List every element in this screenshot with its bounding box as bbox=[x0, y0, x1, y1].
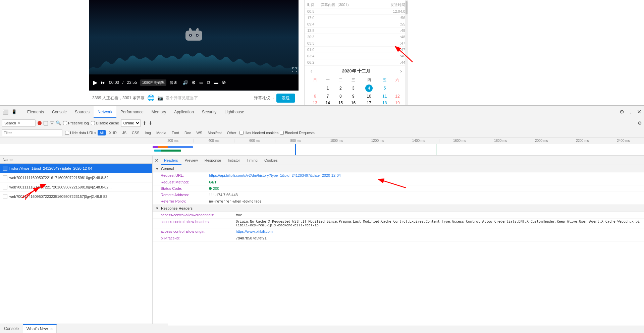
bottom-tab-whatsnew[interactable]: What's New ✕ bbox=[23, 324, 57, 333]
time-separator: / bbox=[122, 80, 123, 85]
disable-cache-label[interactable]: Disable cache bbox=[91, 121, 119, 125]
panel-tab-timing[interactable]: Timing bbox=[243, 156, 261, 165]
inspect-icon[interactable]: ⬜ bbox=[1, 108, 9, 116]
video-controls: ▶ ⏭ 00:00 / 23:55 1080P 高码率 倍速 🔊 ⚙ ▭ ⧉ ▬… bbox=[89, 74, 299, 91]
hide-urls-label[interactable]: Hide data URLs bbox=[65, 131, 96, 135]
preserve-log-checkbox[interactable] bbox=[63, 121, 67, 125]
blocked-requests-checkbox[interactable] bbox=[280, 131, 284, 135]
cal-day-4[interactable]: 4 bbox=[360, 84, 378, 93]
blocked-requests-label[interactable]: Blocked Requests bbox=[280, 131, 315, 135]
general-section-header[interactable]: ▼ General bbox=[153, 165, 644, 172]
filter-input[interactable] bbox=[2, 129, 62, 136]
filter-icon[interactable]: ▽ bbox=[50, 120, 54, 125]
filter-other[interactable]: Other bbox=[225, 130, 238, 135]
expand-icon[interactable]: ⛶ bbox=[292, 67, 297, 73]
resp-h3-name: access-control-allow-origin: bbox=[161, 229, 234, 233]
search-box[interactable]: Search ✕ bbox=[2, 119, 36, 127]
preserve-log-label[interactable]: Preserve log bbox=[63, 121, 89, 125]
stop-button[interactable] bbox=[44, 121, 48, 125]
tab-application[interactable]: Application bbox=[170, 106, 198, 118]
record-button[interactable] bbox=[38, 121, 42, 125]
tab-performance[interactable]: Performance bbox=[116, 106, 148, 118]
quality-badge[interactable]: 1080P 高码率 bbox=[140, 79, 166, 86]
has-blocked-checkbox[interactable] bbox=[239, 131, 244, 135]
panel-tab-preview[interactable]: Preview bbox=[181, 156, 201, 165]
bottom-tab-console[interactable]: Console bbox=[0, 324, 23, 333]
filter-js[interactable]: JS bbox=[120, 130, 128, 135]
danmaku-row-2: 17:0:56 bbox=[305, 15, 408, 21]
cal-day-5[interactable]: 5 bbox=[378, 84, 391, 93]
filter-css[interactable]: CSS bbox=[130, 130, 142, 135]
import-har[interactable]: ⬆ bbox=[143, 120, 147, 126]
name-col-header: Name bbox=[0, 156, 152, 164]
prop-request-url: Request URL: https://api.bilibili.com/x/… bbox=[153, 172, 644, 179]
throttle-select[interactable]: Online bbox=[121, 119, 141, 127]
request-item-2[interactable]: web?0011111609507221617160950722159810gv… bbox=[0, 173, 152, 182]
theater-icon[interactable]: ▬ bbox=[214, 80, 218, 85]
cal-prev[interactable]: ‹ bbox=[309, 68, 314, 74]
export-har[interactable]: ⬇ bbox=[149, 120, 153, 126]
globe-icon[interactable]: 🌐 bbox=[147, 94, 155, 102]
tab-security[interactable]: Security bbox=[198, 106, 220, 118]
req-2-checkbox[interactable] bbox=[3, 175, 7, 180]
tick-2200: 2200 ms bbox=[562, 139, 603, 143]
camera-icon[interactable]: 📷 bbox=[157, 95, 163, 101]
filter-img[interactable]: Img bbox=[143, 130, 153, 135]
search-close-icon[interactable]: ✕ bbox=[17, 121, 20, 125]
tab-lighthouse[interactable]: Lighthouse bbox=[220, 106, 248, 118]
tab-elements[interactable]: Elements bbox=[23, 106, 48, 118]
whatsnew-close[interactable]: ✕ bbox=[50, 325, 53, 333]
play-button[interactable]: ▶ bbox=[93, 79, 98, 86]
filter-ws[interactable]: WS bbox=[194, 130, 204, 135]
prop-value-url[interactable]: https://api.bilibili.com/x/v2/dm/history… bbox=[209, 173, 341, 177]
panel-tab-response[interactable]: Response bbox=[201, 156, 225, 165]
filter-media[interactable]: Media bbox=[154, 130, 168, 135]
tab-console[interactable]: Console bbox=[48, 106, 71, 118]
skip-button[interactable]: ⏭ bbox=[101, 80, 106, 85]
req-1-checkbox[interactable] bbox=[3, 166, 7, 171]
resp-h3-value: https://www.bilibili.com bbox=[236, 229, 273, 233]
panel-close[interactable]: ✕ bbox=[153, 158, 161, 163]
send-button[interactable]: 发送 bbox=[276, 94, 295, 103]
tab-sources[interactable]: Sources bbox=[71, 106, 94, 118]
tab-network[interactable]: Network bbox=[94, 106, 116, 118]
panel-tab-cookies[interactable]: Cookies bbox=[261, 156, 281, 165]
devtools-settings[interactable]: ⚙ bbox=[618, 109, 626, 115]
filter-doc[interactable]: Doc bbox=[182, 130, 193, 135]
request-item-3[interactable]: web?0011111609507221720160950722159810gv… bbox=[0, 182, 152, 192]
tick-1800: 1800 ms bbox=[480, 139, 521, 143]
req-4-checkbox[interactable] bbox=[3, 194, 7, 199]
col-send-header: 发送时间 bbox=[382, 2, 405, 7]
network-settings[interactable]: ⚙ bbox=[638, 120, 642, 126]
panel-tab-initiator[interactable]: Initiator bbox=[224, 156, 243, 165]
device-toggle[interactable]: 📱 bbox=[10, 108, 18, 116]
panel-tab-headers[interactable]: Headers bbox=[161, 156, 181, 165]
request-item-4[interactable]: web?00114416095072232351609507223157|0gv… bbox=[0, 192, 152, 201]
filter-all[interactable]: All bbox=[98, 130, 106, 135]
gift-link[interactable]: 弹幕礼仪 bbox=[254, 95, 270, 101]
req-3-checkbox[interactable] bbox=[3, 185, 7, 189]
devtools-more[interactable]: ⋮ bbox=[626, 109, 636, 115]
subtitle-icon[interactable]: ▭ bbox=[199, 80, 204, 85]
tick-400: 400 ms bbox=[194, 139, 234, 143]
request-item-1[interactable]: history?type=1&oid=241263497&date=2020-1… bbox=[0, 164, 152, 173]
has-blocked-label[interactable]: Has blocked cookies bbox=[239, 131, 278, 135]
status-dot bbox=[209, 187, 212, 190]
filter-xhr[interactable]: XHR bbox=[107, 130, 119, 135]
fullscreen-icon[interactable]: ☢ bbox=[222, 80, 226, 85]
cal-next[interactable]: › bbox=[398, 68, 404, 74]
search-icon-btn[interactable]: 🔍 bbox=[56, 120, 61, 125]
disable-cache-checkbox[interactable] bbox=[91, 121, 95, 125]
response-headers-section[interactable]: ▼ Response Headers bbox=[153, 205, 644, 212]
hide-urls-checkbox[interactable] bbox=[65, 131, 69, 135]
filter-font[interactable]: Font bbox=[170, 130, 181, 135]
volume-icon[interactable]: 🔊 bbox=[182, 80, 188, 85]
tab-memory[interactable]: Memory bbox=[148, 106, 170, 118]
tick-600: 600 ms bbox=[234, 139, 275, 143]
speed-badge[interactable]: 倍速 bbox=[170, 80, 177, 85]
pip-icon[interactable]: ⧉ bbox=[207, 80, 210, 86]
filter-manifest[interactable]: Manifest bbox=[206, 130, 224, 135]
settings-icon[interactable]: ⚙ bbox=[192, 80, 196, 85]
filter-input-wrap[interactable] bbox=[2, 129, 62, 136]
devtools-close[interactable]: ✕ bbox=[636, 109, 643, 115]
